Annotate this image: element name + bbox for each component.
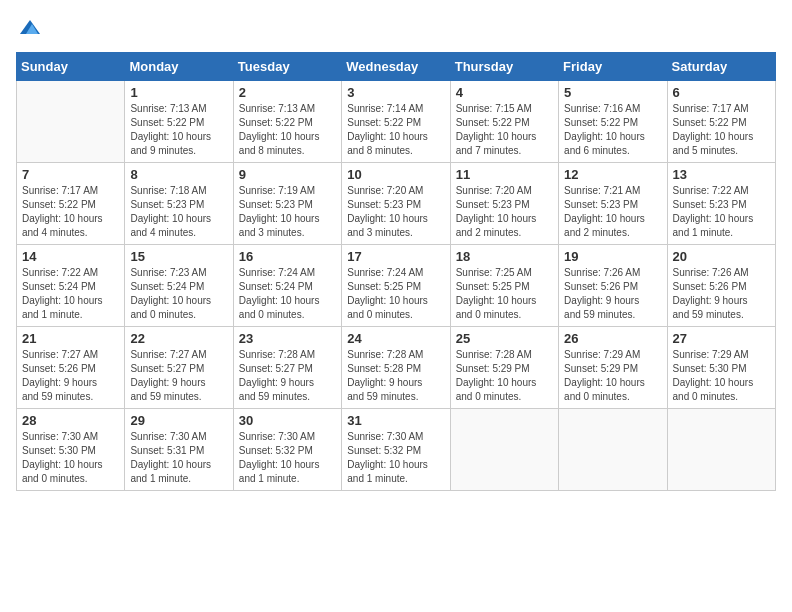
calendar-cell bbox=[667, 409, 775, 491]
calendar-cell bbox=[17, 81, 125, 163]
calendar-cell: 20Sunrise: 7:26 AMSunset: 5:26 PMDayligh… bbox=[667, 245, 775, 327]
day-info: Sunrise: 7:30 AMSunset: 5:31 PMDaylight:… bbox=[130, 430, 227, 486]
calendar-cell: 24Sunrise: 7:28 AMSunset: 5:28 PMDayligh… bbox=[342, 327, 450, 409]
day-info: Sunrise: 7:30 AMSunset: 5:30 PMDaylight:… bbox=[22, 430, 119, 486]
day-header-friday: Friday bbox=[559, 53, 667, 81]
day-info: Sunrise: 7:30 AMSunset: 5:32 PMDaylight:… bbox=[239, 430, 336, 486]
day-info: Sunrise: 7:13 AMSunset: 5:22 PMDaylight:… bbox=[239, 102, 336, 158]
day-header-tuesday: Tuesday bbox=[233, 53, 341, 81]
calendar-week-4: 21Sunrise: 7:27 AMSunset: 5:26 PMDayligh… bbox=[17, 327, 776, 409]
day-info: Sunrise: 7:30 AMSunset: 5:32 PMDaylight:… bbox=[347, 430, 444, 486]
day-info: Sunrise: 7:27 AMSunset: 5:26 PMDaylight:… bbox=[22, 348, 119, 404]
calendar-cell: 17Sunrise: 7:24 AMSunset: 5:25 PMDayligh… bbox=[342, 245, 450, 327]
day-number: 15 bbox=[130, 249, 227, 264]
calendar-cell: 19Sunrise: 7:26 AMSunset: 5:26 PMDayligh… bbox=[559, 245, 667, 327]
day-number: 30 bbox=[239, 413, 336, 428]
calendar-cell: 30Sunrise: 7:30 AMSunset: 5:32 PMDayligh… bbox=[233, 409, 341, 491]
calendar-cell: 13Sunrise: 7:22 AMSunset: 5:23 PMDayligh… bbox=[667, 163, 775, 245]
calendar-week-3: 14Sunrise: 7:22 AMSunset: 5:24 PMDayligh… bbox=[17, 245, 776, 327]
calendar-cell: 25Sunrise: 7:28 AMSunset: 5:29 PMDayligh… bbox=[450, 327, 558, 409]
day-number: 10 bbox=[347, 167, 444, 182]
day-number: 24 bbox=[347, 331, 444, 346]
day-info: Sunrise: 7:26 AMSunset: 5:26 PMDaylight:… bbox=[564, 266, 661, 322]
day-number: 8 bbox=[130, 167, 227, 182]
day-number: 21 bbox=[22, 331, 119, 346]
calendar-cell bbox=[559, 409, 667, 491]
day-info: Sunrise: 7:21 AMSunset: 5:23 PMDaylight:… bbox=[564, 184, 661, 240]
calendar-header-row: SundayMondayTuesdayWednesdayThursdayFrid… bbox=[17, 53, 776, 81]
day-header-wednesday: Wednesday bbox=[342, 53, 450, 81]
day-info: Sunrise: 7:17 AMSunset: 5:22 PMDaylight:… bbox=[22, 184, 119, 240]
calendar-cell: 18Sunrise: 7:25 AMSunset: 5:25 PMDayligh… bbox=[450, 245, 558, 327]
calendar-cell: 2Sunrise: 7:13 AMSunset: 5:22 PMDaylight… bbox=[233, 81, 341, 163]
day-header-monday: Monday bbox=[125, 53, 233, 81]
calendar-cell: 12Sunrise: 7:21 AMSunset: 5:23 PMDayligh… bbox=[559, 163, 667, 245]
day-info: Sunrise: 7:26 AMSunset: 5:26 PMDaylight:… bbox=[673, 266, 770, 322]
day-number: 17 bbox=[347, 249, 444, 264]
day-info: Sunrise: 7:27 AMSunset: 5:27 PMDaylight:… bbox=[130, 348, 227, 404]
day-number: 6 bbox=[673, 85, 770, 100]
calendar-week-1: 1Sunrise: 7:13 AMSunset: 5:22 PMDaylight… bbox=[17, 81, 776, 163]
day-info: Sunrise: 7:29 AMSunset: 5:29 PMDaylight:… bbox=[564, 348, 661, 404]
logo bbox=[16, 16, 42, 40]
day-info: Sunrise: 7:25 AMSunset: 5:25 PMDaylight:… bbox=[456, 266, 553, 322]
calendar-cell: 27Sunrise: 7:29 AMSunset: 5:30 PMDayligh… bbox=[667, 327, 775, 409]
calendar-table: SundayMondayTuesdayWednesdayThursdayFrid… bbox=[16, 52, 776, 491]
day-number: 29 bbox=[130, 413, 227, 428]
calendar-cell: 23Sunrise: 7:28 AMSunset: 5:27 PMDayligh… bbox=[233, 327, 341, 409]
day-info: Sunrise: 7:14 AMSunset: 5:22 PMDaylight:… bbox=[347, 102, 444, 158]
day-info: Sunrise: 7:18 AMSunset: 5:23 PMDaylight:… bbox=[130, 184, 227, 240]
calendar-cell: 3Sunrise: 7:14 AMSunset: 5:22 PMDaylight… bbox=[342, 81, 450, 163]
day-info: Sunrise: 7:23 AMSunset: 5:24 PMDaylight:… bbox=[130, 266, 227, 322]
calendar-cell: 21Sunrise: 7:27 AMSunset: 5:26 PMDayligh… bbox=[17, 327, 125, 409]
calendar-cell: 4Sunrise: 7:15 AMSunset: 5:22 PMDaylight… bbox=[450, 81, 558, 163]
day-number: 3 bbox=[347, 85, 444, 100]
day-info: Sunrise: 7:13 AMSunset: 5:22 PMDaylight:… bbox=[130, 102, 227, 158]
calendar-cell: 11Sunrise: 7:20 AMSunset: 5:23 PMDayligh… bbox=[450, 163, 558, 245]
day-header-saturday: Saturday bbox=[667, 53, 775, 81]
calendar-cell: 8Sunrise: 7:18 AMSunset: 5:23 PMDaylight… bbox=[125, 163, 233, 245]
calendar-cell: 10Sunrise: 7:20 AMSunset: 5:23 PMDayligh… bbox=[342, 163, 450, 245]
calendar-cell: 5Sunrise: 7:16 AMSunset: 5:22 PMDaylight… bbox=[559, 81, 667, 163]
day-number: 16 bbox=[239, 249, 336, 264]
day-number: 26 bbox=[564, 331, 661, 346]
calendar-cell bbox=[450, 409, 558, 491]
calendar-cell: 22Sunrise: 7:27 AMSunset: 5:27 PMDayligh… bbox=[125, 327, 233, 409]
day-number: 20 bbox=[673, 249, 770, 264]
day-number: 25 bbox=[456, 331, 553, 346]
calendar-cell: 26Sunrise: 7:29 AMSunset: 5:29 PMDayligh… bbox=[559, 327, 667, 409]
calendar-cell: 9Sunrise: 7:19 AMSunset: 5:23 PMDaylight… bbox=[233, 163, 341, 245]
day-number: 7 bbox=[22, 167, 119, 182]
day-info: Sunrise: 7:29 AMSunset: 5:30 PMDaylight:… bbox=[673, 348, 770, 404]
day-info: Sunrise: 7:24 AMSunset: 5:25 PMDaylight:… bbox=[347, 266, 444, 322]
day-info: Sunrise: 7:28 AMSunset: 5:29 PMDaylight:… bbox=[456, 348, 553, 404]
day-number: 12 bbox=[564, 167, 661, 182]
calendar-cell: 15Sunrise: 7:23 AMSunset: 5:24 PMDayligh… bbox=[125, 245, 233, 327]
day-info: Sunrise: 7:20 AMSunset: 5:23 PMDaylight:… bbox=[456, 184, 553, 240]
calendar-cell: 14Sunrise: 7:22 AMSunset: 5:24 PMDayligh… bbox=[17, 245, 125, 327]
calendar-cell: 16Sunrise: 7:24 AMSunset: 5:24 PMDayligh… bbox=[233, 245, 341, 327]
day-number: 5 bbox=[564, 85, 661, 100]
day-number: 28 bbox=[22, 413, 119, 428]
day-number: 31 bbox=[347, 413, 444, 428]
day-number: 1 bbox=[130, 85, 227, 100]
calendar-week-2: 7Sunrise: 7:17 AMSunset: 5:22 PMDaylight… bbox=[17, 163, 776, 245]
day-info: Sunrise: 7:20 AMSunset: 5:23 PMDaylight:… bbox=[347, 184, 444, 240]
day-number: 22 bbox=[130, 331, 227, 346]
day-info: Sunrise: 7:19 AMSunset: 5:23 PMDaylight:… bbox=[239, 184, 336, 240]
logo-icon bbox=[18, 16, 42, 40]
calendar-cell: 31Sunrise: 7:30 AMSunset: 5:32 PMDayligh… bbox=[342, 409, 450, 491]
day-info: Sunrise: 7:17 AMSunset: 5:22 PMDaylight:… bbox=[673, 102, 770, 158]
calendar-cell: 28Sunrise: 7:30 AMSunset: 5:30 PMDayligh… bbox=[17, 409, 125, 491]
day-info: Sunrise: 7:24 AMSunset: 5:24 PMDaylight:… bbox=[239, 266, 336, 322]
day-number: 18 bbox=[456, 249, 553, 264]
day-number: 2 bbox=[239, 85, 336, 100]
day-info: Sunrise: 7:28 AMSunset: 5:28 PMDaylight:… bbox=[347, 348, 444, 404]
day-number: 27 bbox=[673, 331, 770, 346]
day-info: Sunrise: 7:16 AMSunset: 5:22 PMDaylight:… bbox=[564, 102, 661, 158]
day-number: 11 bbox=[456, 167, 553, 182]
day-number: 13 bbox=[673, 167, 770, 182]
day-header-sunday: Sunday bbox=[17, 53, 125, 81]
calendar-cell: 6Sunrise: 7:17 AMSunset: 5:22 PMDaylight… bbox=[667, 81, 775, 163]
day-info: Sunrise: 7:22 AMSunset: 5:24 PMDaylight:… bbox=[22, 266, 119, 322]
